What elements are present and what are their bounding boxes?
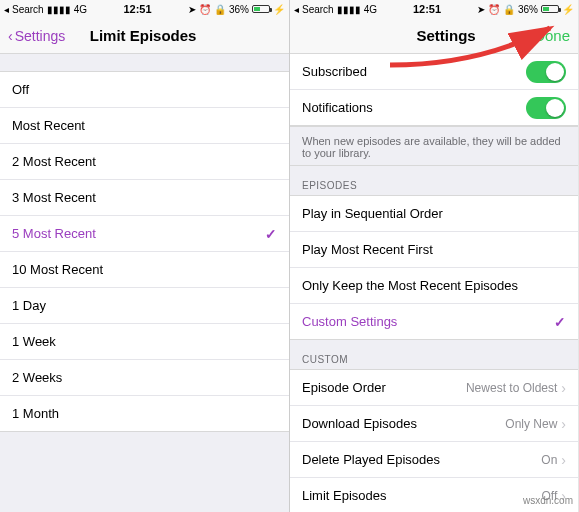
back-app-label: Search [302, 4, 334, 15]
option-label: 5 Most Recent [12, 226, 96, 241]
custom-header: CUSTOM [290, 340, 578, 370]
nav-bar: ‹ Settings Limit Episodes [0, 18, 289, 54]
custom-row[interactable]: Delete Played EpisodesOn› [290, 442, 578, 478]
info-note: When new episodes are available, they wi… [290, 126, 578, 166]
option-label: Play in Sequential Order [302, 206, 443, 221]
episodes-list: Play in Sequential OrderPlay Most Recent… [290, 196, 578, 340]
alarm-icon: ⏰ [199, 4, 211, 15]
episode-option[interactable]: Only Keep the Most Recent Episodes [290, 268, 578, 304]
nav-bar: Settings Done [290, 18, 578, 54]
nav-title: Settings [416, 27, 475, 44]
episodes-header: EPISODES [290, 166, 578, 196]
value-text: On [541, 453, 557, 467]
watermark: wsxdn.com [523, 495, 573, 506]
nav-title: Limit Episodes [90, 27, 197, 44]
battery-icon [541, 5, 559, 13]
charging-icon: ⚡ [562, 4, 574, 15]
limit-option[interactable]: Off [0, 72, 289, 108]
value-text: Newest to Oldest [466, 381, 557, 395]
done-button[interactable]: Done [534, 27, 570, 44]
battery-icon [252, 5, 270, 13]
location-icon: ➤ [188, 4, 196, 15]
toggle-switch[interactable] [526, 61, 566, 83]
rotation-lock-icon: 🔒 [214, 4, 226, 15]
back-app-arrow: ◂ [294, 4, 299, 15]
toggle-label: Subscribed [302, 64, 367, 79]
nav-back-label: Settings [15, 28, 66, 44]
status-bar: ◂ Search ▮▮▮▮ 4G 12:51 ➤ ⏰ 🔒 36% ⚡ [290, 0, 578, 18]
option-label: Custom Settings [302, 314, 397, 329]
section-gap [0, 54, 289, 72]
option-label: 1 Day [12, 298, 46, 313]
limit-option[interactable]: Most Recent [0, 108, 289, 144]
chevron-right-icon: › [561, 416, 566, 432]
option-label: Off [12, 82, 29, 97]
chevron-left-icon: ‹ [8, 28, 13, 44]
charging-icon: ⚡ [273, 4, 285, 15]
limit-option[interactable]: 5 Most Recent✓ [0, 216, 289, 252]
alarm-icon: ⏰ [488, 4, 500, 15]
toggle-row: Notifications [290, 90, 578, 126]
nav-back-button[interactable]: ‹ Settings [8, 28, 65, 44]
network-label: 4G [364, 4, 377, 15]
row-value: Only New› [505, 416, 566, 432]
toggle-switch[interactable] [526, 97, 566, 119]
custom-list: Episode OrderNewest to Oldest›Download E… [290, 370, 578, 512]
episode-option[interactable]: Custom Settings✓ [290, 304, 578, 340]
limit-option[interactable]: 10 Most Recent [0, 252, 289, 288]
limit-option[interactable]: 1 Day [0, 288, 289, 324]
custom-row[interactable]: Episode OrderNewest to Oldest› [290, 370, 578, 406]
clock: 12:51 [123, 3, 151, 15]
row-label: Delete Played Episodes [302, 452, 440, 467]
limit-options-list: OffMost Recent2 Most Recent3 Most Recent… [0, 72, 289, 432]
network-label: 4G [74, 4, 87, 15]
option-label: 1 Week [12, 334, 56, 349]
row-label: Episode Order [302, 380, 386, 395]
value-text: Only New [505, 417, 557, 431]
row-label: Download Episodes [302, 416, 417, 431]
signal-bars-icon: ▮▮▮▮ [337, 4, 361, 15]
option-label: 10 Most Recent [12, 262, 103, 277]
option-label: Play Most Recent First [302, 242, 433, 257]
clock: 12:51 [413, 3, 441, 15]
limit-option[interactable]: 1 Month [0, 396, 289, 432]
episode-option[interactable]: Play in Sequential Order [290, 196, 578, 232]
chevron-right-icon: › [561, 380, 566, 396]
row-value: On› [541, 452, 566, 468]
rotation-lock-icon: 🔒 [503, 4, 515, 15]
limit-option[interactable]: 2 Weeks [0, 360, 289, 396]
row-label: Limit Episodes [302, 488, 387, 503]
screen-limit-episodes: ◂ Search ▮▮▮▮ 4G 12:51 ➤ ⏰ 🔒 36% ⚡ ‹ Set… [0, 0, 289, 512]
location-icon: ➤ [477, 4, 485, 15]
toggle-list: SubscribedNotifications [290, 54, 578, 126]
option-label: 3 Most Recent [12, 190, 96, 205]
back-app-label: Search [12, 4, 44, 15]
toggle-label: Notifications [302, 100, 373, 115]
option-label: 2 Weeks [12, 370, 62, 385]
screen-settings: ◂ Search ▮▮▮▮ 4G 12:51 ➤ ⏰ 🔒 36% ⚡ Setti… [289, 0, 578, 512]
empty-area [0, 432, 289, 512]
episode-option[interactable]: Play Most Recent First [290, 232, 578, 268]
battery-percent: 36% [518, 4, 538, 15]
row-value: Newest to Oldest› [466, 380, 566, 396]
chevron-right-icon: › [561, 452, 566, 468]
custom-row[interactable]: Download EpisodesOnly New› [290, 406, 578, 442]
checkmark-icon: ✓ [265, 226, 277, 242]
checkmark-icon: ✓ [554, 314, 566, 330]
limit-option[interactable]: 1 Week [0, 324, 289, 360]
option-label: 2 Most Recent [12, 154, 96, 169]
limit-option[interactable]: 3 Most Recent [0, 180, 289, 216]
option-label: 1 Month [12, 406, 59, 421]
back-app-arrow: ◂ [4, 4, 9, 15]
option-label: Only Keep the Most Recent Episodes [302, 278, 518, 293]
toggle-row: Subscribed [290, 54, 578, 90]
battery-percent: 36% [229, 4, 249, 15]
signal-bars-icon: ▮▮▮▮ [47, 4, 71, 15]
option-label: Most Recent [12, 118, 85, 133]
limit-option[interactable]: 2 Most Recent [0, 144, 289, 180]
status-bar: ◂ Search ▮▮▮▮ 4G 12:51 ➤ ⏰ 🔒 36% ⚡ [0, 0, 289, 18]
